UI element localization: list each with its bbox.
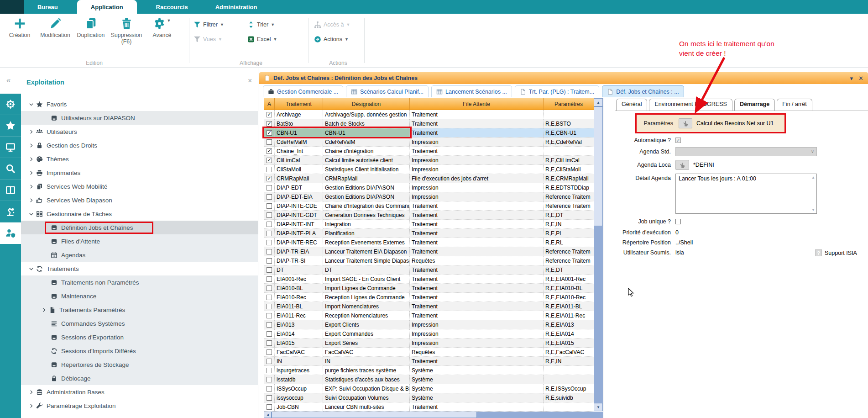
sidebar-collapse-icon[interactable]: « <box>6 76 10 85</box>
sidebar-item-r-pertoires-de-stockage[interactable]: Répertoires de Stockage <box>21 358 258 371</box>
row-checkbox[interactable] <box>267 295 272 300</box>
window-tab[interactable]: Trt. Par. (PLG) : Traitem... <box>515 85 599 97</box>
table-row-clistamoil[interactable]: CliStaMoilStatistiques Client initialisa… <box>264 165 603 174</box>
toolbar-button-duplication[interactable]: Duplication <box>73 17 109 45</box>
sidebar-item-d-finition-jobs-et-cha-nes[interactable]: Définition Jobs et Chaînes <box>21 221 258 234</box>
ribbon-tab-bureau[interactable]: Bureau <box>24 0 72 14</box>
sidebar-item-services-web-mobilit-[interactable]: Services Web Mobilité <box>21 180 258 193</box>
table-row-eia013[interactable]: EIA013Export ClientsImpressionR,E,EIA013 <box>264 320 603 329</box>
chevron-right-icon[interactable] <box>27 143 35 148</box>
table-row-diap-edt[interactable]: DIAP-EDTGestion Editions DIAPASONImpress… <box>264 183 603 192</box>
row-checkbox[interactable]: ✓ <box>267 176 272 181</box>
ribbon-tab-raccourcis[interactable]: Raccourcis <box>142 0 202 14</box>
row-checkbox[interactable] <box>267 395 272 401</box>
job-unique-checkbox[interactable] <box>675 219 681 224</box>
window-tab[interactable]: Déf. Jobs et Chaînes : ... <box>602 85 684 97</box>
chevron-right-icon[interactable] <box>27 184 35 189</box>
window-minimize-icon[interactable]: ▾ <box>850 75 853 82</box>
detail-tab-fin-arr-t[interactable]: Fin / arrêt <box>777 99 812 111</box>
row-checkbox[interactable]: ✓ <box>267 148 272 154</box>
table-row-diap-tr-eia[interactable]: DIAP-TR-EIALanceur Traitement EIA Diapas… <box>264 247 603 256</box>
table-row-issysoccup[interactable]: issysoccupSuivi Occupation VolumesSystèm… <box>264 393 603 402</box>
row-checkbox[interactable] <box>267 194 272 200</box>
table-row-diap-inte-cde[interactable]: DIAP-INTE-CDEChaine d'Integration des Co… <box>264 201 603 211</box>
ribbon-tab-application[interactable]: Application <box>77 0 137 14</box>
table-row-eia010-rec[interactable]: EIA010-RecReception Lignes de CommandeTr… <box>264 293 603 302</box>
ribbon-tab-administration[interactable]: Administration <box>202 0 271 14</box>
row-checkbox[interactable] <box>267 240 272 245</box>
chevron-right-icon[interactable] <box>40 307 47 312</box>
table-row-eia015[interactable]: EIA015Export SériesImpressionR,E,EIA015 <box>264 339 603 348</box>
row-checkbox[interactable]: ✓ <box>267 112 272 117</box>
row-checkbox[interactable] <box>267 313 272 318</box>
row-checkbox[interactable] <box>267 404 272 410</box>
row-checkbox[interactable] <box>267 258 272 264</box>
caret-down-icon[interactable]: ▼ <box>273 37 277 42</box>
table-row-isstatdb[interactable]: isstatdbStatistiques d'accès aux basesSy… <box>264 375 603 384</box>
table-row-archivage[interactable]: ✓ArchivageArchivage/Supp. données gestio… <box>264 110 603 119</box>
chevron-down-icon[interactable] <box>27 212 35 217</box>
sidebar-item-gestion-des-droits[interactable]: Gestion des Droits <box>21 138 258 152</box>
horizontal-scrollbar[interactable]: ◄ <box>264 412 603 418</box>
sidebar-item-gestionnaire-de-t-ches[interactable]: Gestionnaire de Tâches <box>21 207 258 221</box>
scroll-up-icon[interactable]: ▲ <box>811 175 815 180</box>
column-header-traitement[interactable]: Traitement <box>275 98 323 110</box>
chevron-right-icon[interactable] <box>27 390 35 395</box>
sidebar-item-sessions-d-imports-diff-r-s[interactable]: Sessions d'Imports Différés <box>21 344 258 358</box>
sidebar-item-d-blocage[interactable]: Déblocage <box>21 371 258 385</box>
sidebar-item-th-mes[interactable]: Thèmes <box>21 152 258 166</box>
window-close-icon[interactable]: ✕ <box>858 75 863 82</box>
row-checkbox[interactable] <box>267 276 272 282</box>
row-checkbox[interactable]: ✓ <box>267 158 272 163</box>
table-row-diap-tr-si[interactable]: DIAP-TR-SILanceur Traitement Simple Diap… <box>264 256 603 265</box>
chevron-down-icon[interactable] <box>27 102 35 107</box>
table-row-eia001-rec[interactable]: EIA001-RecImport SAGE - En Cours ClientT… <box>264 275 603 284</box>
horizontal-scrollbar-thumb[interactable] <box>272 412 477 418</box>
hand-picker-button[interactable] <box>675 160 689 170</box>
row-checkbox[interactable] <box>267 331 272 337</box>
rail-item-columns[interactable] <box>0 180 21 201</box>
sidebar-item-traitements-non-param-tr-s[interactable]: Traitements non Paramétrés <box>21 275 258 289</box>
table-row-in[interactable]: ININTraitementR,E,IN <box>264 357 603 366</box>
sidebar-item-administration-bases[interactable]: Administration Bases <box>21 385 258 399</box>
row-checkbox[interactable]: ✓ <box>267 130 272 136</box>
help-icon[interactable]: ? <box>815 249 822 256</box>
row-checkbox[interactable] <box>267 185 272 190</box>
table-row-cbn-u1[interactable]: ✓CBN-U1CBN-U1TraitementR,E,CBN-U1 <box>264 128 603 138</box>
row-checkbox[interactable] <box>267 368 272 373</box>
toolbar-button-avancé[interactable]: ▼Avancé <box>144 17 180 45</box>
rail-item-helm[interactable] <box>0 94 21 115</box>
table-row-chaine_int[interactable]: ✓Chaine_IntChaine d'intégrationTraitemen… <box>264 147 603 156</box>
column-header-désignation[interactable]: Désignation <box>323 98 410 110</box>
row-checkbox[interactable] <box>267 377 272 382</box>
sidebar-item-sessions-d-exportation[interactable]: Sessions d'Exportation <box>21 330 258 344</box>
toolbar-button-modification[interactable]: Modification <box>37 17 73 45</box>
row-checkbox[interactable] <box>267 231 272 236</box>
row-checkbox[interactable] <box>267 286 272 291</box>
agenda-std-dropdown[interactable]: ∨ <box>675 147 817 156</box>
row-checkbox[interactable] <box>267 267 272 273</box>
window-tab[interactable]: Lancement Scénarios ... <box>431 85 512 97</box>
sidebar-item-files-d-attente[interactable]: Files d'Attente <box>21 234 258 248</box>
table-row-diap-inte-pla[interactable]: DIAP-INTE-PLAPlanificationTraitementR,E,… <box>264 229 603 238</box>
chevron-right-icon[interactable] <box>27 198 35 203</box>
row-checkbox[interactable] <box>267 212 272 218</box>
row-checkbox[interactable] <box>267 203 272 209</box>
sidebar-item-utilisateurs-sur-diapason[interactable]: Utilisateurs sur DIAPASON <box>21 111 258 125</box>
window-tab[interactable]: Scénarios Calcul Planif... <box>346 85 429 97</box>
table-row-cderelvalm[interactable]: CdeRelValMCdeRelValMImpressionR,E,CdeRel… <box>264 138 603 147</box>
row-checkbox[interactable] <box>267 386 272 392</box>
sidebar-item-traitements[interactable]: Traitements <box>21 262 258 275</box>
detail-agenda-textarea[interactable]: Lancer Tous les jours : A 01:00 ▲ ▼ <box>675 174 817 214</box>
caret-down-icon[interactable]: ▼ <box>220 22 224 27</box>
rail-item-search[interactable] <box>0 158 21 180</box>
row-checkbox[interactable] <box>267 359 272 364</box>
table-row-eia011-bl[interactable]: EIA011-BLImport NomenclaturesTraitementR… <box>264 302 603 311</box>
chevron-right-icon[interactable] <box>27 170 35 175</box>
column-header-file-attente[interactable]: File Attente <box>410 98 544 110</box>
chevron-down-icon[interactable] <box>27 266 35 271</box>
table-row-diap-inte-gdt[interactable]: DIAP-INTE-GDTGeneration Donnees Techniqu… <box>264 211 603 220</box>
row-checkbox[interactable] <box>267 322 272 328</box>
sidebar-item-imprimantes[interactable]: Imprimantes <box>21 166 258 180</box>
column-header-paramètres[interactable]: Paramètres <box>544 98 594 110</box>
